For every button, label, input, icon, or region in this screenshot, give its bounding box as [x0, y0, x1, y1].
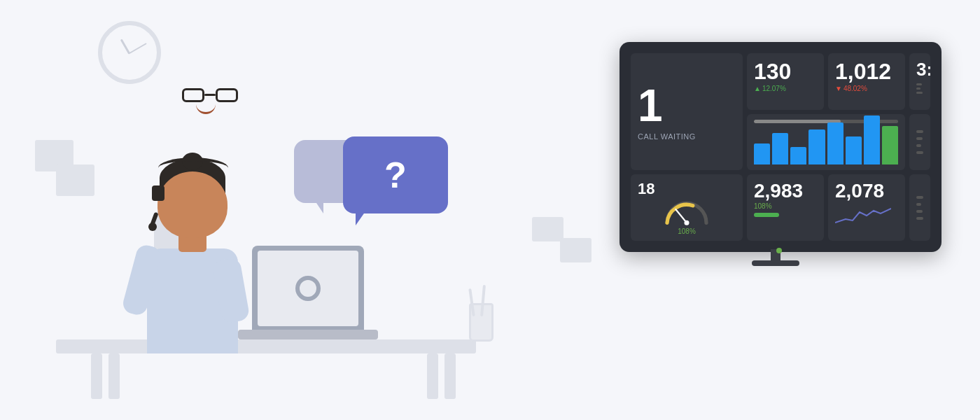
- speech-bubble-background-tail: [315, 201, 323, 214]
- headset-mic-tip: [148, 223, 157, 231]
- desk-leg-left2: [108, 354, 120, 399]
- line-item-b2: [916, 203, 921, 206]
- headset-earpiece: [152, 186, 164, 201]
- dashboard: 1 CALL WAITING 130 12.07% 1,012 48.02% 3…: [628, 50, 933, 244]
- desk-leg-right: [427, 354, 438, 399]
- person-head: [158, 172, 227, 238]
- time-display: 3:15PM: [916, 59, 923, 80]
- call-waiting-number: 1: [638, 83, 736, 128]
- desk-leg-left: [91, 354, 102, 399]
- dashboard-cell-gauge: 18 108%: [631, 174, 743, 241]
- mini-line-3: [916, 92, 923, 94]
- metric-130-number: 130: [754, 59, 817, 85]
- metric-2983-number: 2,983: [754, 180, 817, 202]
- time-cell-lines: [916, 83, 923, 94]
- bar-chart-bar: [790, 147, 806, 164]
- metric-1012-change: 48.02%: [835, 85, 898, 92]
- dashboard-cell-lines-right-bottom: [909, 174, 930, 241]
- bar-chart-bar: [808, 130, 825, 164]
- bar-chart-bar: [846, 136, 862, 164]
- gauge-svg: [662, 198, 711, 226]
- clock-icon: [98, 21, 161, 84]
- line-item-3: [916, 144, 921, 147]
- metric-1012-number: 1,012: [835, 59, 898, 85]
- monitor: 1 CALL WAITING 130 12.07% 1,012 48.02% 3…: [620, 42, 941, 252]
- clock-minute-hand: [130, 43, 147, 55]
- metric-2983-label: 108%: [754, 202, 817, 210]
- speech-bubble-foreground-tail: [356, 211, 365, 225]
- mini-line-2: [916, 88, 920, 90]
- glasses-left-lens: [182, 88, 204, 102]
- glasses-right-lens: [216, 88, 238, 102]
- question-mark-icon: ?: [384, 154, 407, 196]
- decorative-rect-2: [56, 164, 94, 196]
- metric-2983-progress: [754, 213, 779, 217]
- laptop-logo-circle: [295, 276, 321, 301]
- dashboard-cell-2983: 2,983 108%: [747, 174, 824, 241]
- line-item-b1: [916, 196, 923, 199]
- gauge-number: 18: [638, 180, 654, 198]
- speech-bubble-foreground: ?: [343, 136, 448, 214]
- line-item-1: [916, 130, 923, 133]
- svg-line-1: [676, 209, 687, 223]
- gauge-label: 108%: [678, 227, 696, 235]
- mini-line-1: [916, 83, 922, 85]
- dashboard-cell-2078: 2,078: [828, 174, 905, 241]
- line-item-4: [916, 151, 923, 154]
- glasses-bridge: [204, 94, 216, 96]
- decorative-rect-4: [560, 238, 592, 262]
- dashboard-cell-1012: 1,012 48.02%: [828, 53, 905, 110]
- metric-2078-number: 2,078: [835, 180, 898, 202]
- call-waiting-label: CALL WAITING: [638, 132, 736, 141]
- bar-chart-bar: [827, 122, 844, 164]
- metric-130-change: 12.07%: [754, 85, 817, 92]
- monitor-led: [776, 248, 782, 253]
- bar-chart-bar: [882, 126, 898, 164]
- desk-surface: [56, 340, 476, 354]
- person-glasses: [182, 88, 238, 104]
- headset-band: [158, 158, 228, 178]
- decorative-rect-3: [532, 217, 564, 241]
- arrow-down-icon: [835, 85, 844, 92]
- arrow-up-icon: [754, 85, 762, 92]
- bar-chart-bar: [864, 115, 880, 164]
- dashboard-cell-time: 3:15PM: [909, 53, 930, 110]
- bar-chart: [754, 126, 898, 164]
- line-item-b4: [916, 217, 923, 220]
- sparkline-svg: [835, 205, 891, 226]
- bar-chart-bar: [772, 133, 788, 164]
- dashboard-cell-lines-right-top: [909, 114, 930, 171]
- laptop-screen-inner: [258, 251, 358, 326]
- bar-chart-bar: [754, 144, 770, 164]
- line-item-2: [916, 137, 923, 140]
- dashboard-cell-130: 130 12.07%: [747, 53, 824, 110]
- laptop-base: [238, 330, 378, 340]
- desk-leg-right2: [444, 354, 456, 399]
- dashboard-cell-call-waiting: 1 CALL WAITING: [631, 53, 743, 170]
- dashboard-cell-chart: [747, 114, 905, 171]
- line-item-b3: [916, 210, 923, 213]
- monitor-base: [752, 260, 799, 266]
- person-smile: [196, 104, 216, 114]
